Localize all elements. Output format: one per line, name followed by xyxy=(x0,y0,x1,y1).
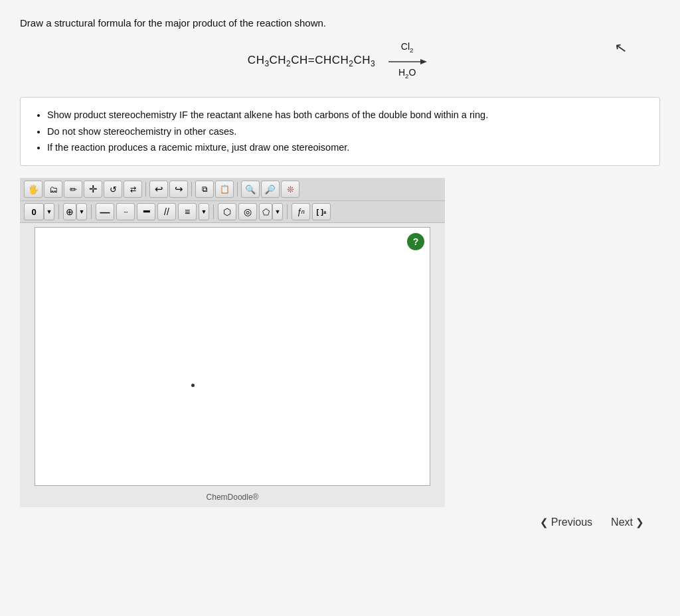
chemdoodle-widget: 🖐 🗂 ✏ ✛ ↺ ⇄ ↩ ↪ ⧉ 📋 🔍 🔍 ❊ 0 ▼ xyxy=(20,178,445,507)
reaction-area: CH3CH2CH=CHCH2CH3 Cl2 H2O xyxy=(20,42,660,81)
bond-dotted-btn[interactable]: ··· xyxy=(116,203,135,220)
reaction-arrow-block: Cl2 H2O xyxy=(387,42,427,81)
bracket-btn[interactable]: [ ]± xyxy=(312,203,331,220)
arrow-line xyxy=(387,56,427,68)
separator-7 xyxy=(287,204,288,219)
copy-btn[interactable]: ⧉ xyxy=(195,181,214,198)
arrow-svg xyxy=(387,56,427,68)
charge-dropdown-btn[interactable]: ▼ xyxy=(44,203,54,220)
toolbar-row2: 0 ▼ ⊕ ▼ — ··· ━ // ≡ ▼ ⬡ ◎ xyxy=(20,201,445,223)
reaction-formula: CH3CH2CH=CHCH2CH3 Cl2 H2O xyxy=(248,42,432,81)
ring-dropdown: ⬠ ▼ xyxy=(259,203,283,220)
hand-tool-btn[interactable]: 🖐 xyxy=(24,181,42,198)
bond-triple-btn[interactable]: ≡ xyxy=(178,203,197,220)
chemdoodle-footer: ChemDoodle® xyxy=(20,490,445,507)
ring-hexagon-btn[interactable]: ⬡ xyxy=(218,203,236,220)
ring-dropdown-btn[interactable]: ▼ xyxy=(272,203,283,220)
rotate-tool-btn[interactable]: ↺ xyxy=(104,181,122,198)
lasso-tool-btn[interactable]: 🗂 xyxy=(44,181,62,198)
previous-button[interactable]: Previous xyxy=(531,512,602,532)
question-text: Draw a structural formula for the major … xyxy=(20,16,660,30)
undo-btn[interactable]: ↩ xyxy=(149,181,168,198)
question-label: Draw a structural formula for the major … xyxy=(20,17,326,29)
separator-5 xyxy=(91,204,92,219)
previous-label: Previous xyxy=(551,516,592,528)
canvas-dot xyxy=(191,384,195,387)
ring-aromatic-btn[interactable]: ◎ xyxy=(238,203,257,220)
help-button[interactable]: ? xyxy=(407,233,424,250)
zoom-out-btn[interactable]: 🔍 xyxy=(261,181,280,198)
separator-4 xyxy=(58,204,59,219)
redo-btn[interactable]: ↪ xyxy=(169,181,188,198)
subscript-btn[interactable]: ƒn xyxy=(292,203,310,220)
instruction-3: If the reaction produces a racemic mixtu… xyxy=(47,139,647,156)
bond-single-btn[interactable]: — xyxy=(96,203,114,220)
separator-2 xyxy=(191,182,192,196)
svg-marker-1 xyxy=(420,59,427,64)
separator-1 xyxy=(145,182,146,196)
next-button[interactable]: Next xyxy=(602,512,653,532)
reagent-bottom: H2O xyxy=(398,68,416,80)
charge-dropdown: 0 ▼ xyxy=(24,203,54,220)
drawing-canvas[interactable]: ? xyxy=(35,227,430,486)
flip-tool-btn[interactable]: ⇄ xyxy=(124,181,142,198)
atom-btn[interactable]: ⊕ xyxy=(63,203,76,220)
instructions-box: Show product stereochemistry IF the reac… xyxy=(20,97,660,166)
instruction-1: Show product stereochemistry IF the reac… xyxy=(47,107,647,123)
bond-dropdown-btn[interactable]: ▼ xyxy=(199,203,209,220)
chemdoodle-watermark: ChemDoodle® xyxy=(207,493,259,502)
eraser-tool-btn[interactable]: ✏ xyxy=(64,181,82,198)
canvas-wrapper: ? xyxy=(20,223,445,490)
page-container: Draw a structural formula for the major … xyxy=(0,0,680,616)
bond-bold-btn[interactable]: ━ xyxy=(137,203,155,220)
instructions-list: Show product stereochemistry IF the reac… xyxy=(33,107,647,156)
next-label: Next xyxy=(611,516,633,528)
polygon-btn[interactable]: ⬠ xyxy=(259,203,272,220)
template-btn[interactable]: ❊ xyxy=(281,181,299,198)
previous-chevron-icon xyxy=(540,516,549,528)
paste-btn[interactable]: 📋 xyxy=(215,181,234,198)
bond-dropdown: ▼ xyxy=(199,203,209,220)
bottom-nav: Previous Next xyxy=(20,512,660,532)
instruction-2: Do not show stereochemistry in other cas… xyxy=(47,123,647,140)
separator-6 xyxy=(213,204,214,219)
charge-value-btn[interactable]: 0 xyxy=(24,203,44,220)
charge-display: 0 xyxy=(31,207,36,217)
reactant-formula: CH3CH2CH=CHCH2CH3 xyxy=(248,54,375,68)
atom-dropdown: ⊕ ▼ xyxy=(63,203,87,220)
reagent-top: Cl2 xyxy=(401,42,414,54)
toolbar-row1: 🖐 🗂 ✏ ✛ ↺ ⇄ ↩ ↪ ⧉ 📋 🔍 🔍 ❊ xyxy=(20,178,445,201)
help-icon: ? xyxy=(413,236,419,247)
atom-dropdown-btn[interactable]: ▼ xyxy=(76,203,87,220)
separator-3 xyxy=(237,182,238,196)
next-chevron-icon xyxy=(636,516,644,528)
bond-double-btn[interactable]: // xyxy=(157,203,176,220)
zoom-in-btn[interactable]: 🔍 xyxy=(241,181,260,198)
move-tool-btn[interactable]: ✛ xyxy=(84,181,102,198)
